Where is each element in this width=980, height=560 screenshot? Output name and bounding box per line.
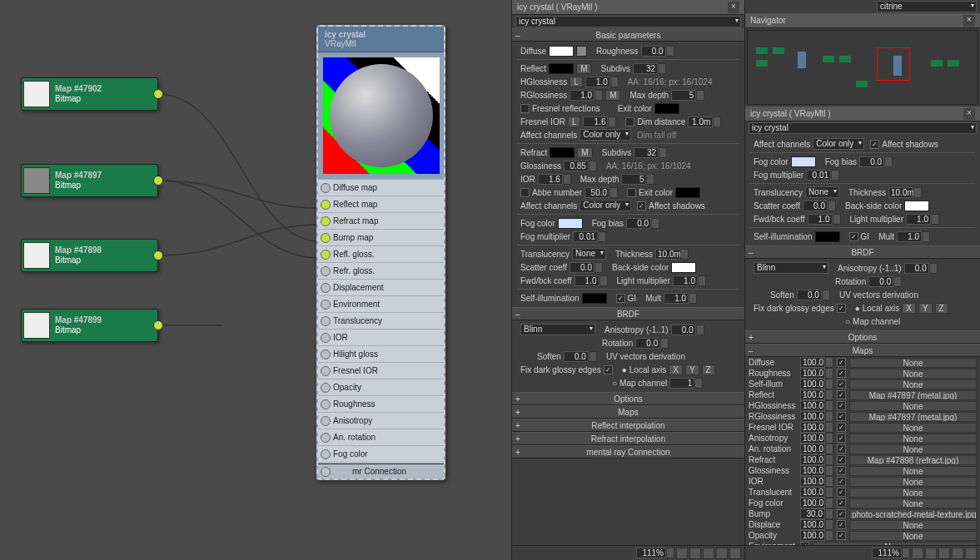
material-selector-dropdown[interactable]: citrine [877, 1, 977, 12]
map-amount-spinner[interactable]: 100.0 [800, 411, 833, 422]
fogbias-spinner[interactable]: 0.0 [626, 218, 659, 229]
map-amount-spinner[interactable]: 100.0 [800, 465, 833, 476]
input-slot[interactable]: Refl. gloss. [318, 245, 444, 262]
rollout-header[interactable]: Refract interpolation [512, 432, 744, 445]
roughness-spinner[interactable]: 0.0 [641, 46, 674, 57]
gloss-spinner[interactable]: 0.85 [564, 161, 597, 171]
fwdbck2-spinner[interactable]: 1.0 [808, 214, 841, 225]
map-slot-button[interactable]: None [849, 369, 977, 379]
rollout-header[interactable]: mental ray Connection [512, 445, 744, 458]
input-slot[interactable]: IOR [318, 329, 444, 345]
aniso2-spinner[interactable]: 0.0 [904, 263, 938, 274]
rotation-spinner[interactable]: 0.0 [635, 338, 669, 349]
scatter2-spinner[interactable]: 0.0 [803, 201, 836, 211]
map-slot-button[interactable]: None [849, 444, 977, 454]
map-amount-spinner[interactable]: 100.0 [800, 498, 833, 508]
fogmult2-spinner[interactable]: 0.01 [806, 170, 839, 181]
map-enable-checkbox[interactable] [837, 423, 846, 432]
lightmult-spinner[interactable]: 1.0 [673, 275, 706, 286]
panel-title-bar[interactable]: icy crystal ( VRayMtl ) × [512, 0, 744, 15]
material-name-field[interactable]: icy crystal [515, 16, 741, 27]
map-slot-button[interactable]: None [849, 434, 977, 444]
input-slot[interactable]: Hilight gloss [318, 345, 444, 362]
tool2-icon[interactable] [952, 548, 963, 559]
brdf2-type-dropdown[interactable]: Blinn [754, 262, 828, 274]
mult-spinner[interactable]: 1.0 [664, 293, 697, 304]
input-slot[interactable]: Displacement [318, 279, 444, 295]
exitcolor-swatch[interactable] [654, 103, 679, 114]
fogmult-spinner[interactable]: 0.01 [573, 231, 606, 242]
pan-icon[interactable] [676, 548, 688, 559]
map-amount-spinner[interactable]: 100.0 [800, 422, 833, 433]
rexit-checkbox[interactable] [627, 188, 636, 197]
affch2-dropdown[interactable]: Color only [813, 138, 864, 150]
basic-params-header[interactable]: Basic parameters [512, 28, 744, 42]
brdf-header[interactable]: BRDF [512, 307, 744, 320]
ior-spinner[interactable]: 1.6 [538, 174, 571, 185]
refract-swatch[interactable] [550, 147, 575, 158]
fresnelior-spinner[interactable]: 1.6 [583, 116, 616, 127]
lightmult2-spinner[interactable]: 1.0 [906, 214, 939, 225]
maxdepth-spinner[interactable]: 5 [671, 90, 704, 101]
map-slot-button[interactable]: None [849, 423, 977, 433]
rgloss-spinner[interactable]: 1.0 [570, 90, 603, 101]
reflect-swatch[interactable] [549, 63, 574, 74]
map-amount-spinner[interactable]: 100.0 [800, 444, 833, 454]
map-enable-checkbox[interactable] [837, 412, 846, 421]
input-slot[interactable]: Fog color [318, 445, 444, 462]
axis-y-button[interactable]: Y [685, 364, 699, 375]
map-amount-spinner[interactable]: 100.0 [800, 487, 833, 498]
map-amount-spinner[interactable]: 100.0 [800, 454, 833, 465]
mr-connection-slot[interactable]: mr Connection [318, 463, 444, 478]
map-enable-checkbox[interactable] [837, 509, 846, 518]
soften2-spinner[interactable]: 0.0 [797, 290, 830, 300]
selfillum2-swatch[interactable] [815, 231, 840, 242]
rollout-header[interactable]: Reflect interpolation [512, 419, 744, 432]
gi-checkbox[interactable] [616, 294, 625, 303]
backside2-swatch[interactable] [904, 201, 929, 211]
fixdark2-checkbox[interactable] [837, 304, 846, 313]
gi2-checkbox[interactable] [849, 232, 858, 241]
affshad2-checkbox[interactable] [870, 140, 879, 149]
output-port[interactable] [153, 250, 163, 260]
axis-x-button[interactable]: X [669, 364, 683, 375]
map-enable-checkbox[interactable] [837, 434, 846, 443]
hgloss-spinner[interactable]: 1.0 [585, 77, 619, 87]
map-slot-button[interactable]: None [849, 358, 977, 368]
map-enable-checkbox[interactable] [837, 369, 846, 378]
map-amount-spinner[interactable]: 100.0 [800, 530, 833, 541]
mapch-spinner[interactable]: 1 [669, 378, 703, 389]
input-slot[interactable]: Opacity [318, 379, 444, 395]
hand-icon[interactable] [689, 548, 701, 559]
fogcolor2-swatch[interactable] [791, 156, 816, 167]
map-slot-button[interactable]: None [849, 401, 977, 411]
map-slot-button[interactable]: photo-scratched-metal-texture.jpg) [849, 509, 977, 519]
options2-header[interactable]: Options [745, 330, 980, 344]
tool2-icon[interactable] [716, 548, 728, 559]
fogcolor-swatch[interactable] [558, 218, 583, 229]
map-enable-checkbox[interactable] [837, 466, 846, 475]
maps2-header[interactable]: Maps [745, 344, 980, 357]
rollout-header[interactable]: Options [512, 392, 744, 405]
rexitcolor-swatch[interactable] [675, 187, 700, 198]
rsubdivs-spinner[interactable]: 32 [634, 147, 667, 158]
fwdbck-spinner[interactable]: 1.0 [575, 275, 608, 286]
input-slot[interactable]: Refr. gloss. [318, 262, 444, 279]
map-amount-spinner[interactable]: 100.0 [800, 476, 833, 487]
material-name-field[interactable]: icy crystal [749, 122, 977, 134]
navigator-view[interactable] [747, 30, 978, 105]
material-node-header[interactable]: icy crystal VRayMtl [318, 27, 444, 52]
transl2-dropdown[interactable]: None [805, 186, 839, 198]
bitmap-node[interactable]: Map #47898Bitmap [21, 239, 158, 272]
dimdist-checkbox[interactable] [625, 117, 634, 126]
node-canvas[interactable]: Map #47902Bitmap Map #47897Bitmap Map #4… [0, 0, 511, 560]
thick-spinner[interactable]: 10.0m [655, 249, 689, 260]
map-enable-checkbox[interactable] [837, 498, 846, 508]
refract-map-button[interactable]: M [577, 147, 592, 158]
fogbias2-spinner[interactable]: 0.0 [859, 156, 893, 167]
map-amount-spinner[interactable]: 100.0 [800, 519, 833, 530]
map-slot-button[interactable]: None [849, 466, 977, 476]
input-slot[interactable]: Translucency [318, 312, 444, 329]
affch-dropdown[interactable]: Color only [580, 129, 631, 141]
input-slot[interactable]: Environment [318, 295, 444, 312]
